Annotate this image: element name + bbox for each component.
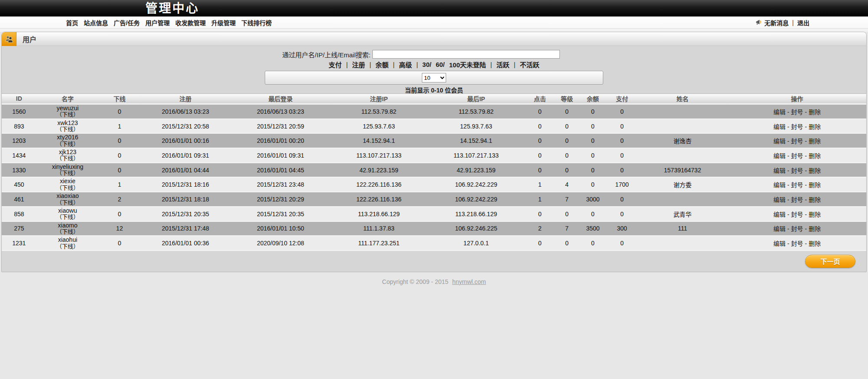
nav-item[interactable]: 升级管理 bbox=[211, 18, 236, 27]
action-dash: - bbox=[805, 109, 807, 115]
username: xinyeliuxing bbox=[37, 164, 98, 170]
offline-tag: （下线） bbox=[37, 185, 98, 191]
nav-item[interactable]: 首页 bbox=[66, 18, 78, 27]
filter-item[interactable]: 30/ bbox=[422, 61, 431, 68]
edit-link[interactable]: 编辑 bbox=[773, 123, 786, 130]
edit-link[interactable]: 编辑 bbox=[773, 109, 786, 115]
filter-item[interactable]: 不活跃 bbox=[520, 60, 539, 69]
users-panel: 用户 通过用户名/IP/上线/Email搜索: 支付 | 注册 | 余额 | 高… bbox=[1, 32, 867, 272]
cell-last-ip: 106.92.246.225 bbox=[427, 221, 525, 236]
ban-link[interactable]: 封号 bbox=[791, 109, 803, 115]
action-dash: - bbox=[805, 123, 807, 130]
ban-link[interactable]: 封号 bbox=[791, 211, 803, 218]
cell-name: xty2016 （下线） bbox=[36, 133, 99, 148]
delete-link[interactable]: 删除 bbox=[809, 225, 821, 232]
nav-item[interactable]: 下线排行榜 bbox=[241, 18, 272, 27]
ban-link[interactable]: 封号 bbox=[791, 152, 803, 159]
cell-id: 893 bbox=[2, 119, 36, 134]
action-dash: - bbox=[787, 138, 789, 145]
cell-downline: 1 bbox=[99, 119, 140, 134]
cell-real-name: 111 bbox=[637, 221, 728, 236]
cell-registered: 2015/12/31 18:16 bbox=[140, 177, 231, 192]
cell-last-ip: 42.91.223.159 bbox=[427, 163, 525, 178]
cell-id: 1231 bbox=[2, 236, 36, 250]
edit-link[interactable]: 编辑 bbox=[773, 181, 786, 188]
ban-link[interactable]: 封号 bbox=[791, 225, 803, 232]
username: xty2016 bbox=[37, 134, 98, 141]
action-dash: - bbox=[805, 138, 807, 145]
ban-link[interactable]: 封号 bbox=[791, 167, 803, 174]
cell-downline: 0 bbox=[99, 148, 140, 163]
filter-item[interactable]: 活跃 bbox=[496, 60, 510, 69]
username: xiaowu bbox=[37, 208, 98, 214]
delete-link[interactable]: 删除 bbox=[809, 152, 821, 159]
page-size-select[interactable]: 10 bbox=[422, 73, 446, 82]
ban-link[interactable]: 封号 bbox=[791, 240, 803, 247]
cell-last-ip: 14.152.94.1 bbox=[427, 133, 525, 148]
cell-last-login: 2015/12/31 20:35 bbox=[231, 207, 330, 221]
table-row: 1231 xiaohui （下线） 0 2016/01/01 00:36 202… bbox=[2, 236, 866, 250]
search-input[interactable] bbox=[372, 50, 560, 59]
delete-link[interactable]: 删除 bbox=[809, 138, 821, 145]
delete-link[interactable]: 删除 bbox=[809, 167, 821, 174]
delete-link[interactable]: 删除 bbox=[809, 240, 821, 247]
filter-item[interactable]: 余额 bbox=[375, 60, 388, 69]
ban-link[interactable]: 封号 bbox=[791, 181, 803, 188]
ban-link[interactable]: 封号 bbox=[791, 196, 803, 203]
site-link[interactable]: hnymwl.com bbox=[452, 278, 486, 285]
edit-link[interactable]: 编辑 bbox=[773, 240, 786, 247]
filter-item[interactable]: 高级 bbox=[399, 60, 412, 69]
cell-paid: 300 bbox=[607, 221, 637, 236]
cell-last-login: 2016/06/13 03:23 bbox=[231, 104, 330, 119]
logout-link[interactable]: 退出 bbox=[797, 18, 809, 27]
cell-reg-ip: 42.91.223.159 bbox=[330, 163, 427, 178]
messages-link[interactable]: 无新消息 bbox=[756, 18, 789, 27]
cell-id: 1434 bbox=[2, 148, 36, 163]
edit-link[interactable]: 编辑 bbox=[773, 167, 786, 174]
cell-real-name bbox=[637, 236, 728, 250]
cell-real-name bbox=[637, 104, 728, 119]
nav-item[interactable]: 广告/任务 bbox=[114, 18, 140, 27]
cell-last-login: 2020/09/10 12:08 bbox=[231, 236, 330, 250]
nav-item[interactable]: 站点信息 bbox=[84, 18, 108, 27]
cell-actions: 编辑-封号-删除 bbox=[728, 148, 866, 163]
table-row: 1560 yewuzui （下线） 0 2016/06/13 03:23 201… bbox=[2, 104, 866, 119]
table-head: ID 名字 下线 注册 最后登录 注册IP 最后IP 点击 bbox=[2, 94, 866, 104]
column-header: 余额 bbox=[579, 94, 607, 104]
cell-level: 7 bbox=[555, 192, 579, 207]
edit-link[interactable]: 编辑 bbox=[773, 211, 786, 218]
cell-last-login: 2015/12/31 20:29 bbox=[231, 192, 330, 207]
cell-balance: 3000 bbox=[579, 192, 607, 207]
nav-item[interactable]: 收发款管理 bbox=[175, 18, 206, 27]
cell-name: xjk123 （下线） bbox=[36, 148, 99, 163]
edit-link[interactable]: 编辑 bbox=[773, 152, 786, 159]
column-header: ID bbox=[2, 94, 36, 104]
header-row: ID 名字 下线 注册 最后登录 注册IP 最后IP 点击 bbox=[2, 94, 866, 104]
action-dash: - bbox=[787, 123, 789, 130]
filter-item[interactable]: 注册 bbox=[352, 60, 365, 69]
delete-link[interactable]: 删除 bbox=[809, 123, 821, 130]
nav-item[interactable]: 用户管理 bbox=[145, 18, 170, 27]
cell-name: xwk123 （下线） bbox=[36, 119, 99, 134]
edit-link[interactable]: 编辑 bbox=[773, 196, 786, 203]
filter-item[interactable]: 支付 bbox=[329, 60, 342, 69]
edit-link[interactable]: 编辑 bbox=[773, 225, 786, 232]
table-row: 1203 xty2016 （下线） 0 2016/01/01 00:16 201… bbox=[2, 133, 866, 148]
username: xwk123 bbox=[37, 120, 98, 126]
cell-level: 0 bbox=[555, 148, 579, 163]
delete-link[interactable]: 删除 bbox=[809, 181, 821, 188]
cell-last-login: 2016/01/01 04:45 bbox=[231, 163, 330, 178]
filter-item[interactable]: 100天未登陆 bbox=[449, 60, 486, 69]
ban-link[interactable]: 封号 bbox=[791, 138, 803, 145]
delete-link[interactable]: 删除 bbox=[809, 196, 821, 203]
main-navbar: 首页 站点信息 广告/任务 用户管理 收发款管理 升级管理 下线排行榜 无新消息… bbox=[0, 16, 868, 29]
ban-link[interactable]: 封号 bbox=[791, 123, 803, 130]
cell-downline: 1 bbox=[99, 177, 140, 192]
delete-link[interactable]: 删除 bbox=[809, 109, 821, 115]
cell-name: xiaomo （下线） bbox=[36, 221, 99, 236]
filter-item[interactable]: 60/ bbox=[436, 61, 445, 68]
edit-link[interactable]: 编辑 bbox=[773, 138, 786, 145]
delete-link[interactable]: 删除 bbox=[809, 211, 821, 218]
users-icon bbox=[4, 34, 14, 44]
next-page-button[interactable]: 下一页 bbox=[805, 255, 855, 268]
